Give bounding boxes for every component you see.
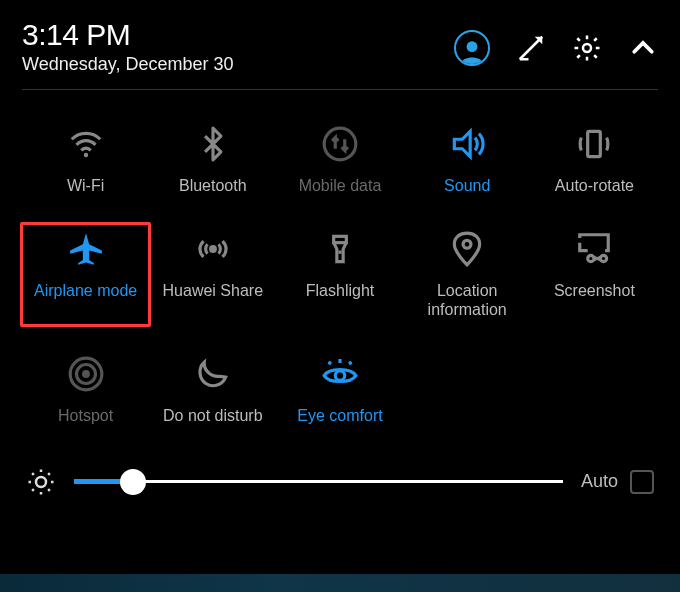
tile-label: Airplane mode (34, 281, 137, 300)
tile-label: Hotspot (58, 406, 113, 425)
auto-brightness-checkbox[interactable] (630, 470, 654, 494)
svg-rect-6 (334, 237, 347, 243)
tile-huawei-share[interactable]: Huawei Share (149, 223, 276, 325)
svg-rect-4 (588, 131, 601, 156)
tile-sound[interactable]: Sound (404, 118, 531, 201)
auto-brightness[interactable]: Auto (581, 470, 654, 494)
tile-label: Huawei Share (163, 281, 264, 300)
header: 3:14 PM Wednesday, December 30 (22, 18, 658, 90)
tile-label: Flashlight (306, 281, 374, 300)
tile-bluetooth[interactable]: Bluetooth (149, 118, 276, 201)
slider-track (74, 480, 563, 483)
svg-point-11 (82, 370, 90, 378)
tile-auto-rotate[interactable]: Auto-rotate (531, 118, 658, 201)
brightness-slider[interactable] (74, 467, 563, 497)
bluetooth-icon (194, 124, 232, 164)
tile-label: Do not disturb (163, 406, 263, 425)
tile-label: Sound (444, 176, 490, 195)
tile-wifi[interactable]: Wi-Fi (22, 118, 149, 201)
tile-hotspot[interactable]: Hotspot (22, 348, 149, 431)
slider-thumb[interactable] (120, 469, 146, 495)
tile-flashlight[interactable]: Flashlight (276, 223, 403, 325)
brightness-row: Auto (22, 449, 658, 507)
brightness-icon (26, 467, 56, 497)
tile-label: Screenshot (554, 281, 635, 300)
svg-point-9 (588, 256, 594, 262)
tile-mobile-data[interactable]: Mobile data (276, 118, 403, 201)
tile-eye-comfort[interactable]: Eye comfort (276, 348, 403, 431)
svg-point-10 (601, 256, 607, 262)
svg-point-15 (36, 477, 46, 487)
svg-point-3 (324, 128, 356, 160)
screenshot-icon (575, 229, 613, 269)
tile-label: Mobile data (299, 176, 382, 195)
location-icon (448, 229, 486, 269)
svg-point-8 (463, 240, 471, 248)
hotspot-icon (67, 354, 105, 394)
wallpaper-peek (0, 574, 680, 592)
tile-airplane-mode[interactable]: Airplane mode (20, 222, 151, 326)
svg-point-5 (209, 245, 217, 253)
sound-icon (448, 124, 486, 164)
clock-time: 3:14 PM (22, 18, 233, 52)
tile-label: Eye comfort (297, 406, 382, 425)
quick-settings-panel: 3:14 PM Wednesday, December 30 Wi-Fi (0, 0, 680, 523)
tile-label: Wi-Fi (67, 176, 104, 195)
flashlight-icon (321, 229, 359, 269)
tile-label: Bluetooth (179, 176, 247, 195)
settings-gear-icon[interactable] (572, 33, 602, 63)
auto-brightness-label: Auto (581, 471, 618, 492)
tile-do-not-disturb[interactable]: Do not disturb (149, 348, 276, 431)
wifi-icon (67, 124, 105, 164)
mobile-data-icon (321, 124, 359, 164)
svg-point-0 (467, 41, 478, 52)
tile-location[interactable]: Location information (404, 223, 531, 325)
header-actions (454, 30, 658, 66)
dnd-moon-icon (194, 354, 232, 394)
edit-icon[interactable] (516, 33, 546, 63)
quick-settings-grid: Wi-Fi Bluetooth Mobile data Sound Auto-r (22, 90, 658, 449)
tile-label: Location information (406, 281, 529, 319)
user-avatar-icon[interactable] (454, 30, 490, 66)
eye-comfort-icon (321, 354, 359, 394)
auto-rotate-icon (575, 124, 613, 164)
huawei-share-icon (194, 229, 232, 269)
header-datetime[interactable]: 3:14 PM Wednesday, December 30 (22, 18, 233, 75)
tile-label: Auto-rotate (555, 176, 634, 195)
svg-point-1 (583, 44, 591, 52)
tile-screenshot[interactable]: Screenshot (531, 223, 658, 325)
svg-point-14 (335, 370, 345, 380)
svg-point-2 (83, 153, 87, 157)
collapse-chevron-icon[interactable] (628, 33, 658, 63)
clock-date: Wednesday, December 30 (22, 54, 233, 75)
airplane-icon (67, 229, 105, 269)
